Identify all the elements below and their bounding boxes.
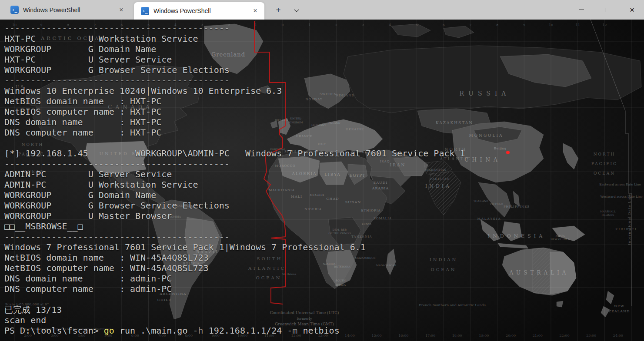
beijing-marker xyxy=(506,151,510,154)
terminal-line: [*] 192.168.1.45 WORKGROUP\ADMIN-PC Wind… xyxy=(4,148,465,159)
powershell-icon: ›_ xyxy=(141,7,149,15)
minimize-icon xyxy=(579,10,584,10)
terminal-line: DNS domain name : admin-PC xyxy=(4,273,465,284)
terminal-line: WORKGROUP G Browser Service Elections xyxy=(4,65,465,75)
terminal-line: NetBIOS computer name : WIN-45A4Q8SL723 xyxy=(4,263,465,273)
plus-icon: + xyxy=(276,5,280,14)
terminal-line: ----------------------------------------… xyxy=(4,23,465,33)
terminal-line xyxy=(4,138,465,148)
terminal-segment: run .\main.go xyxy=(114,325,193,336)
terminal-line: Windows 10 Enterprise 10240|Windows 10 E… xyxy=(4,86,465,96)
maximize-icon xyxy=(605,8,609,12)
terminal-output: ----------------------------------------… xyxy=(4,23,465,336)
tab-close-button[interactable]: × xyxy=(250,5,261,17)
chevron-down-icon xyxy=(294,7,299,12)
terminal-line: NetBIOS domain name : HXT-PC xyxy=(4,96,465,106)
close-icon: × xyxy=(253,7,257,14)
close-icon: × xyxy=(119,6,123,13)
terminal-line: NetBIOS computer name : HXT-PC xyxy=(4,106,465,117)
terminal-segment: 192.168.1.1/24 xyxy=(204,325,287,336)
new-tab-button[interactable]: + xyxy=(272,3,285,17)
terminal-segment: go xyxy=(104,325,114,336)
terminal-line: 已完成 13/13 xyxy=(4,305,465,315)
terminal-line: □□__MSBROWSE__□ xyxy=(4,221,465,232)
titlebar: ›_ Windows PowerShell × ›_ Windows Power… xyxy=(0,0,644,20)
terminal-line: Windows 7 Professional 7601 Service Pack… xyxy=(4,242,465,252)
terminal-line: HXT-PC U Workstation Service xyxy=(4,33,465,44)
terminal-line: WORKGROUP G Browser Service Elections xyxy=(4,200,465,211)
terminal-line: WORKGROUP G Domain Name xyxy=(4,190,465,200)
terminal-line: WORKGROUP G Domain Name xyxy=(4,44,465,54)
terminal-line: ----------------------------------------… xyxy=(4,75,465,86)
maximize-button[interactable] xyxy=(597,0,617,20)
minimize-button[interactable] xyxy=(571,0,592,20)
terminal-line: WORKGROUP U Master Browser xyxy=(4,211,465,221)
terminal-segment: PS D:\tools\fscan> xyxy=(4,325,104,336)
close-button[interactable]: × xyxy=(622,0,642,20)
terminal-line: DNS domain name : HXT-PC xyxy=(4,117,465,127)
tab-windows-powershell-2[interactable]: ›_ Windows PowerShell × xyxy=(134,2,264,20)
close-icon: × xyxy=(630,0,634,20)
tab-dropdown-button[interactable] xyxy=(290,3,303,17)
terminal-segment: -m xyxy=(287,325,297,336)
terminal-line xyxy=(4,294,465,305)
terminal-line: ----------------------------------------… xyxy=(4,159,465,169)
terminal-line: PS D:\tools\fscan> go run .\main.go -h 1… xyxy=(4,325,465,336)
terminal-line: ADMIN-PC U Server Service xyxy=(4,169,465,179)
terminal-segment: -h xyxy=(193,325,204,336)
terminal-line: DNS computer name : HXT-PC xyxy=(4,127,465,138)
terminal-line: ----------------------------------------… xyxy=(4,232,465,242)
tab-close-button[interactable]: × xyxy=(116,4,127,16)
tab-title: Windows PowerShell xyxy=(153,7,250,14)
terminal-line: ADMIN-PC U Workstation Service xyxy=(4,179,465,190)
terminal-line: NetBIOS domain name : WIN-45A4Q8SL723 xyxy=(4,252,465,263)
terminal-segment: netbios xyxy=(297,325,339,336)
powershell-icon: ›_ xyxy=(10,6,19,14)
tab-title: Windows PowerShell xyxy=(23,7,116,13)
terminal-line: scan end xyxy=(4,315,465,325)
tab-windows-powershell-1[interactable]: ›_ Windows PowerShell × xyxy=(3,0,130,20)
terminal-line: HXT-PC U Server Service xyxy=(4,54,465,65)
terminal-line: DNS computer name : admin-PC xyxy=(4,284,465,294)
terminal-viewport[interactable]: ARCTIC OCEANGreenlandU.S.CANADAUNITED ST… xyxy=(0,20,644,341)
